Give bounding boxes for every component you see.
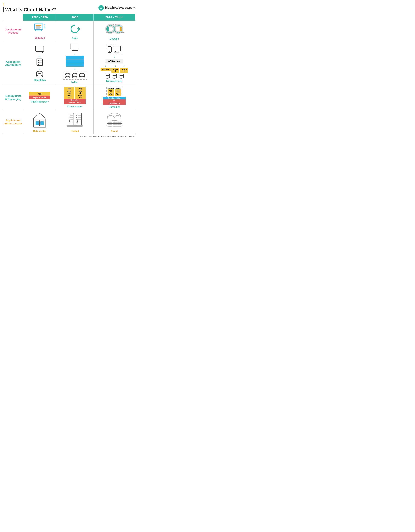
db1 [65,73,71,78]
svg-rect-71 [36,122,39,123]
svg-point-12 [107,27,109,29]
ms-db2 [111,74,117,79]
deploy-label: Deployment & Packaging [4,95,22,101]
svg-rect-95 [78,122,81,122]
datacenter-icon [31,112,48,128]
deploy-virtual-cell: App Bins/Libs GuestOS App Bins/Libs Gues… [56,85,93,110]
virt-cols: App Bins/Libs GuestOS App Bins/Libs Gues… [64,87,86,99]
svg-rect-116 [113,126,115,127]
service-a-box: Service A [101,68,111,71]
devops-label: DevOps [95,38,134,40]
svg-rect-72 [36,123,39,124]
db3 [79,73,85,78]
header-col2: 2000 [56,14,93,21]
svg-rect-27 [39,62,42,63]
svg-rect-19 [115,24,116,25]
svg-point-45 [80,73,84,75]
svg-rect-91 [78,117,81,118]
ntier-monitor [70,43,79,51]
main-table: 1980 - 1990 2000 2010 - Cloud Developmen… [3,14,135,134]
cont-label2: Container [115,88,121,89]
db-icon [36,71,43,78]
svg-point-83 [69,119,70,120]
api-gateway-box: API Gateway [106,59,123,63]
ms-dbs-row [105,74,124,79]
cont-app2: App [115,89,121,92]
svg-rect-15 [120,29,122,31]
svg-rect-22 [37,52,42,53]
svg-rect-75 [40,122,44,123]
dev-devops-cell: DEVELOPER OPERATIONS DevOps [93,21,135,42]
svg-point-57 [105,77,110,78]
virtual-label: Virtual server [58,105,92,108]
svg-point-40 [65,76,70,78]
header-col1: 1980 - 1990 [23,14,56,21]
svg-rect-103 [110,122,113,123]
ntier-label: N-Tier [58,81,92,84]
svg-rect-20 [36,46,44,51]
svg-line-9 [44,28,45,28]
deploy-physical-cell: App Physical Server Physical server [23,85,56,110]
page-title: What is Cloud Native? [3,7,56,12]
svg-point-24 [38,60,39,61]
svg-point-81 [69,117,70,118]
svg-rect-115 [110,126,113,127]
page-header: 1 What is Cloud Native? ▲ blog.bytebyteg… [3,3,135,12]
hosted-label: Hosted [58,130,92,133]
arrow-1: ↓ [39,54,40,58]
ms-services-row: ↓ Service A ↓ ServiceB ↓ ServiceC [101,64,128,73]
brand-text: blog.bytebytego.com [105,6,135,10]
row-dev-process: Development Process [3,21,135,42]
ntier-bars [66,56,84,66]
row-infra: Application Infrastructure [3,110,135,134]
header-col3: 2010 - Cloud [93,14,135,21]
svg-rect-25 [39,60,42,61]
page-number: 1 [3,3,56,6]
cont-engine: Container Engine [103,97,125,99]
reference-text: Reference: https://www.oracle.com/cloud/… [3,135,135,137]
dev-waterfall-cell: Waterfall [23,21,56,42]
cont-bins2: Bins/Libs [115,92,121,96]
svg-rect-106 [118,122,121,123]
svg-rect-96 [67,125,83,127]
svg-rect-34 [71,44,79,49]
svg-point-48 [80,76,84,78]
infra-label: Application Infrastructure [4,119,22,125]
datacenter-label: Data center [24,130,55,133]
svg-rect-6 [36,28,40,28]
virt-bins2: Bins/Libs [75,90,86,95]
svg-rect-74 [40,121,44,122]
svg-rect-108 [107,124,110,125]
svg-text:OPERATIONS: OPERATIONS [118,32,125,33]
monolithic-stack: ↓ ↓ [35,46,44,78]
infra-label-cell: Application Infrastructure [3,110,23,134]
ntier-arrow: ↓ [74,52,76,55]
svg-rect-2 [36,30,42,31]
arch-monolithic-cell: ↓ ↓ [23,42,56,85]
app-arch-label-cell: Application Architecture [3,42,23,85]
arch-microservices-cell: ↓ API Gateway ↓ Service A ↓ ServiceB [93,42,135,85]
infra-datacenter-cell: Data center [23,110,56,134]
svg-point-61 [112,77,116,78]
service-c-box: ServiceC [120,68,128,73]
svg-point-44 [72,76,77,78]
svg-rect-93 [78,119,81,120]
svg-point-62 [119,74,124,76]
server-icon [36,58,43,66]
infra-hosted-cell: Hosted [56,110,93,134]
row-app-arch: Application Architecture ↓ [3,42,135,85]
physical-stack: App Physical Server [29,92,50,99]
svg-point-88 [77,115,78,116]
hosted-icon [66,112,84,128]
deploy-label-cell: Deployment & Packaging [3,85,23,110]
app-arch-label: Application Architecture [4,60,22,67]
svg-point-50 [109,51,110,52]
cloud-label: Cloud [95,130,134,133]
svg-rect-112 [118,124,121,125]
svg-point-26 [38,62,39,63]
svg-point-30 [37,71,43,73]
svg-point-14 [120,27,122,29]
container-label: Container [95,106,134,108]
cont-label1: Container [107,88,114,89]
svg-rect-18 [113,24,114,25]
